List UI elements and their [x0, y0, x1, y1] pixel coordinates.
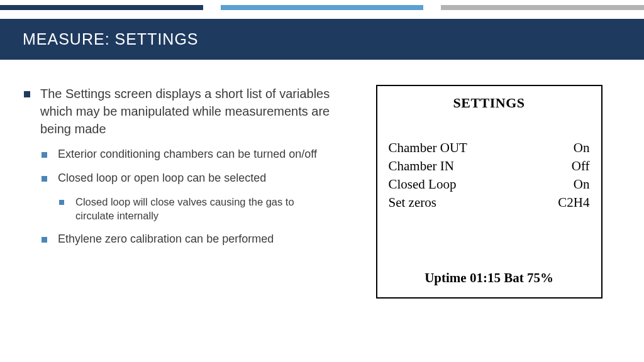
panel-row-value: On [574, 140, 590, 156]
panel-row-value: C2H4 [558, 195, 589, 211]
bullet-column: The Settings screen displays a short lis… [23, 85, 331, 299]
content-area: The Settings screen displays a short lis… [0, 60, 644, 311]
bullet-sub2-text: Closed loop or open loop can be selected [58, 172, 266, 184]
accent-segment-blue [221, 5, 424, 10]
panel-row: Closed Loop On [389, 177, 590, 192]
panel-column: SETTINGS Chamber OUT On Chamber IN Off C… [357, 85, 621, 299]
panel-row-label: Chamber IN [389, 158, 454, 174]
panel-row-value: Off [572, 158, 590, 174]
panel-status: Uptime 01:15 Bat 75% [389, 270, 590, 286]
accent-segment-gray [441, 5, 644, 10]
panel-title: SETTINGS [389, 95, 590, 111]
bullet-sub2a: Closed loop will close valves causing th… [58, 195, 331, 223]
accent-segment-dark [0, 5, 203, 10]
top-accent-bar [0, 5, 644, 10]
bullet-main: The Settings screen displays a short lis… [23, 85, 331, 246]
bullet-main-text: The Settings screen displays a short lis… [40, 87, 330, 136]
slide-title: MEASURE: SETTINGS [23, 30, 199, 48]
slide-title-bar: MEASURE: SETTINGS [0, 19, 644, 60]
panel-row-label: Closed Loop [389, 177, 457, 192]
panel-row-label: Set zeros [389, 195, 436, 211]
bullet-sub3: Ethylene zero calibration can be perform… [40, 231, 331, 246]
bullet-sub1: Exterior conditioning chambers can be tu… [40, 146, 331, 162]
panel-rows: Chamber OUT On Chamber IN Off Closed Loo… [389, 140, 590, 249]
panel-row-value: On [574, 177, 590, 192]
panel-row: Chamber OUT On [389, 140, 590, 156]
bullet-sub2: Closed loop or open loop can be selected… [40, 170, 331, 222]
panel-row: Chamber IN Off [389, 158, 590, 174]
panel-row: Set zeros C2H4 [389, 195, 590, 211]
panel-row-label: Chamber OUT [389, 140, 467, 156]
settings-panel: SETTINGS Chamber OUT On Chamber IN Off C… [376, 85, 602, 299]
